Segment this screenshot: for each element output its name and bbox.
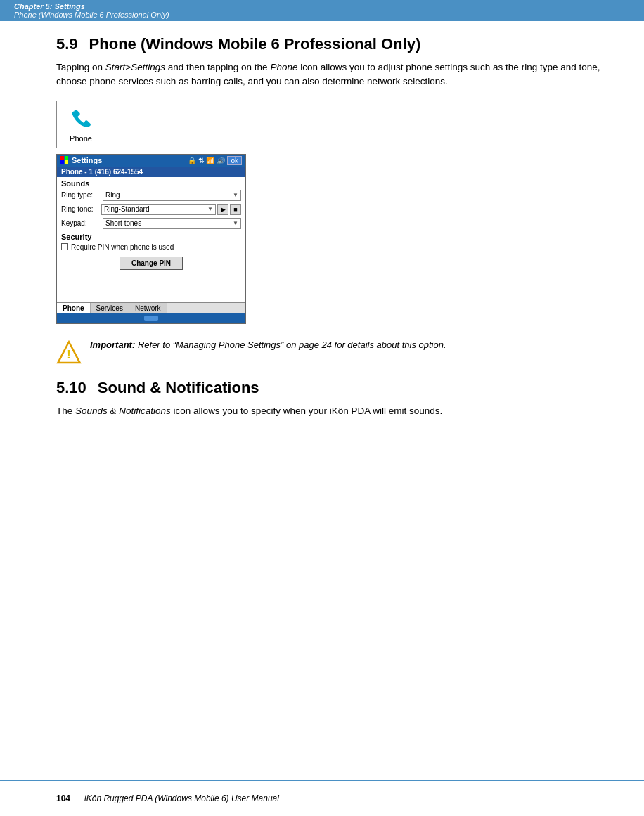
sounds-notifications-italic: Sounds & Notifications [75, 406, 171, 416]
svg-text:!: ! [67, 348, 70, 361]
security-pin-row: Require PIN when phone is used [57, 242, 245, 252]
chapter-header-line1: Chapter 5: Settings [14, 2, 630, 11]
chapter-header: Chapter 5: Settings Phone (Windows Mobil… [0, 0, 644, 21]
keypad-arrow-icon: ▼ [233, 220, 238, 226]
section-510-heading: 5.10Sound & Notifications [56, 379, 602, 397]
main-content: 5.9Phone (Windows Mobile 6 Professional … [0, 21, 644, 443]
section-510: 5.10Sound & Notifications The Sounds & N… [56, 379, 602, 418]
require-pin-checkbox[interactable] [61, 243, 68, 250]
keypad-row: Keypad: Short tones ▼ [57, 216, 245, 231]
security-section-label: Security [57, 231, 245, 242]
tab-services[interactable]: Services [91, 303, 129, 313]
ring-type-value: Ring [105, 191, 120, 199]
important-text: Important: Refer to “Managing Phone Sett… [90, 338, 446, 352]
section-59-body: Tapping on Start>Settings and then tappi… [56, 60, 602, 89]
play-button[interactable]: ▶ [217, 204, 228, 215]
ok-button[interactable]: ok [227, 156, 242, 165]
footer-text: iKôn Rugged PDA (Windows Mobile 6) User … [84, 794, 279, 803]
tab-phone[interactable]: Phone [57, 303, 91, 313]
ring-tone-row: Ring tone: Ring-Standard ▼ ▶ ■ [57, 202, 245, 216]
svg-rect-1 [65, 156, 68, 160]
ring-type-row: Ring type: Ring ▼ [57, 188, 245, 202]
change-pin-button[interactable]: Change PIN [120, 257, 183, 270]
titlebar-left: Settings [60, 156, 102, 164]
ring-type-arrow-icon: ▼ [233, 192, 238, 198]
sync-icon: ⇅ [198, 157, 204, 164]
keypad-select[interactable]: Short tones ▼ [103, 218, 241, 229]
settings-mockup: Settings 🔒 ⇅ 📶 🔊 ok Phone - 1 (416) 624-… [56, 154, 246, 324]
stop-button[interactable]: ■ [230, 204, 241, 215]
phone-icon [67, 106, 94, 133]
ring-tone-label: Ring tone: [61, 205, 100, 213]
body-italic-phone: Phone [270, 62, 297, 72]
ring-type-label: Ring type: [61, 191, 100, 199]
bottom-bar-handle-icon [144, 316, 158, 321]
phone-icon-box: Phone [56, 101, 105, 148]
section-510-body: The Sounds & Notifications icon allows y… [56, 404, 602, 418]
section-510-number: 5.10 [56, 379, 86, 396]
titlebar-icons: 🔒 ⇅ 📶 🔊 ok [188, 156, 242, 165]
sounds-section-label: Sounds [57, 177, 245, 188]
windows-flag-icon [60, 156, 69, 164]
footer-divider [0, 780, 644, 781]
chapter-header-line2: Phone (Windows Mobile 6 Professional Onl… [14, 11, 630, 19]
ring-type-select[interactable]: Ring ▼ [103, 190, 241, 201]
keypad-value: Short tones [105, 219, 141, 227]
keypad-label: Keypad: [61, 219, 100, 227]
ring-tone-select[interactable]: Ring-Standard ▼ [101, 204, 216, 215]
change-pin-row: Change PIN [57, 252, 245, 274]
ring-tone-value: Ring-Standard [104, 205, 149, 213]
volume-icon: 🔊 [217, 157, 225, 164]
require-pin-label: Require PIN when phone is used [71, 243, 174, 251]
settings-titlebar-label: Settings [72, 156, 102, 164]
svg-rect-3 [65, 160, 68, 164]
signal-icon: 📶 [206, 157, 214, 164]
settings-tabs: Phone Services Network [57, 302, 245, 313]
phone-number-bar: Phone - 1 (416) 624-1554 [57, 167, 245, 177]
section-59-number: 5.9 [56, 35, 78, 53]
ring-tone-arrow-icon: ▼ [207, 206, 213, 212]
page-footer: 104 iKôn Rugged PDA (Windows Mobile 6) U… [0, 789, 644, 803]
settings-titlebar: Settings 🔒 ⇅ 📶 🔊 ok [57, 155, 245, 167]
page-container: Chapter 5: Settings Phone (Windows Mobil… [0, 0, 644, 816]
important-label: Important: [90, 339, 135, 350]
tab-network[interactable]: Network [129, 303, 167, 313]
settings-bottom-bar [57, 313, 245, 323]
body-italic-start: Start>Settings [105, 62, 165, 72]
phone-icon-label: Phone [70, 134, 92, 143]
important-body: Refer to “Managing Phone Settings” on pa… [138, 339, 446, 350]
svg-rect-0 [60, 156, 64, 160]
settings-spacer [57, 274, 245, 302]
important-box: ! Important: Refer to “Managing Phone Se… [56, 338, 602, 365]
section-59-title: Phone (Windows Mobile 6 Professional Onl… [89, 35, 421, 53]
lock-icon: 🔒 [188, 157, 196, 164]
footer-page-number: 104 [56, 794, 70, 803]
warning-icon: ! [56, 339, 82, 365]
section-510-title: Sound & Notifications [98, 379, 259, 396]
svg-rect-2 [60, 160, 64, 164]
section-59-heading: 5.9Phone (Windows Mobile 6 Professional … [56, 35, 602, 53]
